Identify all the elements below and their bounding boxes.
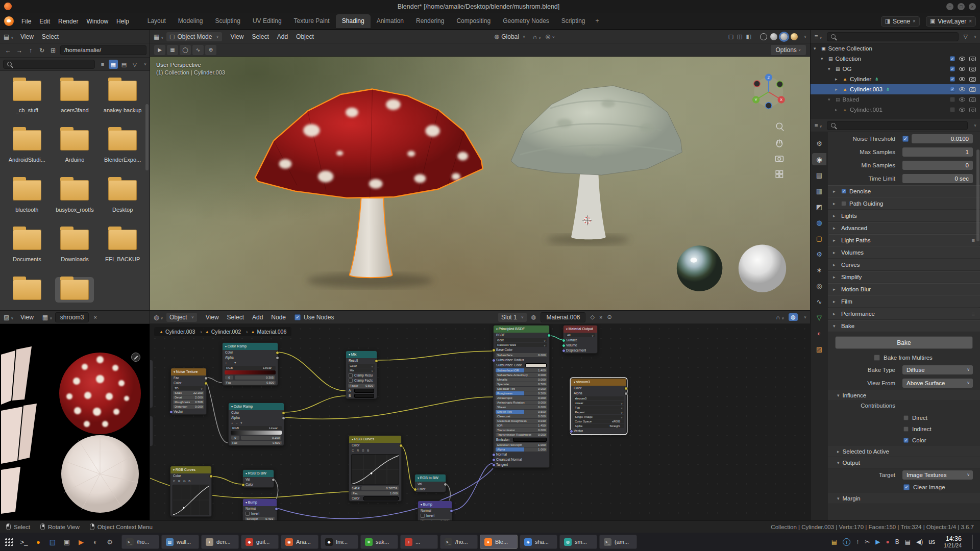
node-header[interactable]: Material Output xyxy=(564,325,597,333)
folder-tile[interactable]: bluetooth xyxy=(3,178,51,217)
expand-icon[interactable]: ▾ xyxy=(821,56,826,61)
texture-tab[interactable]: ▨ xyxy=(812,343,826,355)
contribution-checkbox[interactable] xyxy=(903,438,909,443)
node-row[interactable]: C R G B xyxy=(170,479,211,484)
panel-header[interactable]: ▸ Film ≡ xyxy=(828,295,980,308)
property-checkbox[interactable] xyxy=(902,136,909,142)
workspace-tab[interactable]: UV Editing xyxy=(247,14,288,28)
physics-tab[interactable]: ◎ xyxy=(812,280,826,292)
render-camera-icon[interactable] xyxy=(969,57,976,61)
panel-header[interactable]: ▸ Curves ≡ xyxy=(828,259,980,271)
property-value-field[interactable]: 1 xyxy=(902,147,973,157)
node-row[interactable]: Clamp Result xyxy=(346,373,377,378)
workspace-tab[interactable]: Geometry Nodes xyxy=(497,14,555,28)
node-row[interactable]: Alpha xyxy=(229,415,284,420)
node-row[interactable]: Sheen0.000 xyxy=(496,405,547,409)
render-camera-icon[interactable] xyxy=(969,108,976,112)
node-row[interactable]: Val xyxy=(415,482,446,487)
file-browser-scrollbar[interactable] xyxy=(145,104,149,170)
node-row[interactable]: Alpha xyxy=(571,391,626,396)
taskbar-window-button[interactable]: ◆ guil... xyxy=(241,535,279,549)
new-folder-icon[interactable]: ⊞ xyxy=(48,45,58,56)
node-row[interactable]: Roughness0.500 xyxy=(496,391,547,395)
node-row[interactable]: Color SpacesRGB xyxy=(573,419,624,423)
panel-header[interactable]: ▸ Performance ≡ xyxy=(828,308,980,320)
node-mix[interactable]: Mix ResultColorMixClamp ResultClamp Fact… xyxy=(346,350,377,399)
fake-user-shield-icon[interactable]: ◇ xyxy=(590,314,594,320)
selectable-checkbox[interactable] xyxy=(950,77,955,82)
render-camera-icon[interactable] xyxy=(969,97,976,102)
node-row[interactable]: Anisotropic Rotation0.000 xyxy=(496,400,547,405)
taskbar-window-button[interactable]: ◉ Ana... xyxy=(281,535,318,549)
outliner-row[interactable]: ▾ ▤ Collection xyxy=(811,54,980,64)
files-icon[interactable]: ▤ xyxy=(46,535,59,548)
data-tab[interactable]: ▽ xyxy=(812,311,826,323)
blender-logo-icon[interactable] xyxy=(4,16,14,26)
transform-orientation-dropdown[interactable]: ◍ Global∨ xyxy=(492,32,528,41)
folder-tile[interactable]: AndroidStudi... xyxy=(3,128,51,167)
select-lasso-icon[interactable]: ∿ xyxy=(192,45,204,55)
node-row[interactable]: Color xyxy=(243,482,274,487)
node-color-ramp-1[interactable]: Color Ramp ColorAlpha+ − ▾RGBLinear00.30… xyxy=(222,342,278,386)
workspace-tab[interactable]: Compositing xyxy=(450,14,497,28)
node-row[interactable]: Clamp Factor xyxy=(346,378,377,383)
breadcrumb-item[interactable]: ▲Cylinder.002 xyxy=(205,329,251,335)
visibility-eye-icon[interactable] xyxy=(959,67,965,71)
node-image-texture[interactable]: shroom3 ColorAlphashroom3LinearFlatRepea… xyxy=(571,378,627,434)
expand-icon[interactable]: ▸ xyxy=(835,107,840,112)
shader-editor-menu[interactable]: View xyxy=(202,312,223,322)
node-row[interactable]: Clearcoat0.000 xyxy=(496,414,547,418)
workspace-tab[interactable]: Sculpting xyxy=(209,14,247,28)
viewport-canvas[interactable]: Z X Y xyxy=(150,43,810,310)
expand-icon[interactable]: ▾ xyxy=(814,46,819,51)
node-row[interactable]: Factor0.500 xyxy=(348,384,375,388)
node-row[interactable]: Normal xyxy=(243,506,277,511)
bluetooth-icon[interactable]: B xyxy=(895,538,899,545)
node-row[interactable]: + − ▾ xyxy=(229,420,284,425)
material-name-field[interactable]: Material.006 xyxy=(541,312,585,322)
node-row[interactable] xyxy=(231,431,282,435)
properties-editor-icon[interactable]: ≡∨ xyxy=(814,122,822,129)
panel-header[interactable]: ▸ Path Guiding ≡ xyxy=(828,197,980,210)
path-field[interactable]: /home/amalie/ xyxy=(60,45,146,55)
node-row[interactable] xyxy=(225,370,276,374)
node-row[interactable]: Distortion0.000 xyxy=(173,405,204,409)
folder-tile[interactable]: BlenderExpo... xyxy=(99,128,146,167)
node-row[interactable]: A xyxy=(346,388,377,393)
grid-view-icon[interactable]: ▦ xyxy=(109,60,118,69)
browse-image-icon[interactable]: ▦∨ xyxy=(42,314,51,321)
scene-selector[interactable]: ◨ Scene × xyxy=(881,16,920,27)
node-row[interactable]: BSDF xyxy=(494,333,549,338)
bake-multires-row[interactable]: Bake from Multires xyxy=(828,352,980,363)
node-header[interactable]: Color Ramp xyxy=(223,343,278,350)
node-row[interactable]: Color xyxy=(223,350,278,355)
play-icon[interactable]: ▶ xyxy=(875,538,880,545)
folder-tile[interactable] xyxy=(3,277,51,310)
image-editor-icon[interactable]: ◐ xyxy=(89,535,102,548)
bake-panel-header[interactable]: ▾ Bake xyxy=(828,320,980,332)
visibility-eye-icon[interactable] xyxy=(959,108,965,112)
node-row[interactable]: Fac1.000 xyxy=(351,491,399,495)
node-row[interactable]: 00.305 xyxy=(223,375,278,380)
node-row[interactable]: Transmission0.000 xyxy=(496,428,547,432)
node-row[interactable]: Color xyxy=(348,364,375,368)
image-name[interactable]: shroom3 xyxy=(55,312,89,322)
tool-tab[interactable]: ⚙ xyxy=(812,137,826,149)
filter-chevron-icon[interactable]: ∨ xyxy=(144,62,146,66)
node-row[interactable]: Detail2.000 xyxy=(173,395,204,399)
forward-icon[interactable]: → xyxy=(14,45,24,56)
clear-image-checkbox[interactable] xyxy=(903,484,910,490)
expand-icon[interactable]: ▾ xyxy=(828,66,833,71)
viewlayer-selector[interactable]: ▣ ViewLayer × xyxy=(926,16,976,27)
node-header[interactable]: RGB to BW xyxy=(415,474,446,482)
panel-header[interactable]: ▸ Lights ≡ xyxy=(828,210,980,222)
viewport-menu[interactable]: Object xyxy=(292,32,318,42)
expand-icon[interactable]: ▾ xyxy=(828,97,833,102)
node-row[interactable]: Flat xyxy=(573,406,624,410)
info-icon[interactable]: i xyxy=(843,538,850,546)
contribution-toggle[interactable]: Indirect xyxy=(828,423,980,435)
workspace-tab[interactable]: Scripting xyxy=(555,14,592,28)
unlink-image-icon[interactable]: × xyxy=(93,314,96,320)
image-canvas[interactable] xyxy=(0,324,150,520)
selected-to-active-subpanel[interactable]: ▸ Selected to Active xyxy=(828,446,980,457)
